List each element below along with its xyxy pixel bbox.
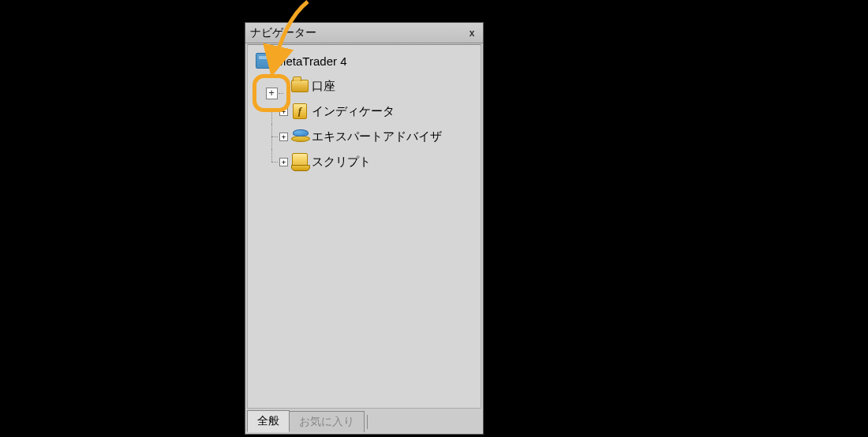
tree-item-expert-advisors[interactable]: + エキスパートアドバイザ	[249, 124, 479, 149]
panel-title: ナビゲーター	[250, 26, 316, 40]
highlight-callout: +	[253, 74, 290, 112]
close-button[interactable]: x	[466, 27, 478, 39]
tree-connector	[267, 149, 279, 174]
tree-item-label: エキスパートアドバイザ	[312, 129, 442, 144]
tree-root-label: MetaTrader 4	[276, 54, 346, 68]
tree-connector	[267, 124, 279, 149]
tree-item-label: 口座	[312, 79, 335, 94]
tree-item-label: スクリプト	[312, 155, 371, 170]
expand-toggle[interactable]: +	[279, 158, 288, 166]
tab-general[interactable]: 全般	[247, 410, 290, 432]
expert-advisor-icon	[291, 128, 309, 145]
indicator-icon	[291, 103, 309, 120]
mt4-icon	[256, 52, 273, 69]
folder-icon	[291, 77, 309, 95]
tree-item-scripts[interactable]: + スクリプト	[249, 149, 479, 174]
tab-divider	[367, 415, 368, 429]
tree-root-metatrader[interactable]: MetaTrader 4	[249, 48, 479, 73]
script-icon	[291, 153, 309, 170]
tree-item-label: インディケータ	[312, 104, 395, 119]
expand-toggle[interactable]: +	[279, 133, 288, 141]
expand-plus-highlight: +	[266, 88, 278, 99]
panel-titlebar[interactable]: ナビゲーター x	[245, 23, 483, 43]
tab-bar: 全般 お気に入り	[247, 409, 481, 432]
tab-favorites[interactable]: お気に入り	[289, 411, 365, 432]
